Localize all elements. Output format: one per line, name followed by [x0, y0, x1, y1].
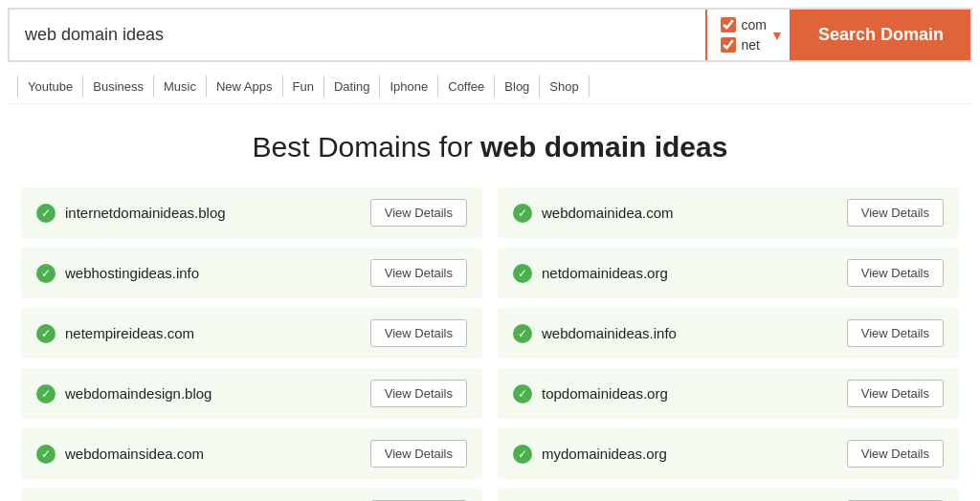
- domain-name: webdomainidea.com: [542, 205, 674, 221]
- domain-row: ✓netempireideas.comView Details: [21, 308, 482, 359]
- domain-row: ✓topdomainideas.orgView Details: [498, 368, 959, 419]
- view-details-button[interactable]: View Details: [370, 440, 467, 468]
- nav-tag-shop[interactable]: Shop: [540, 76, 589, 98]
- domain-name: webhostingideas.info: [65, 265, 199, 281]
- results-grid: ✓internetdomainideas.blogView Details✓we…: [0, 183, 980, 501]
- domain-name: netdomainideas.org: [542, 265, 668, 281]
- nav-tag-new-apps[interactable]: New Apps: [207, 76, 283, 98]
- domain-row: ✓mydomainideas.orgView Details: [498, 428, 959, 479]
- available-icon: ✓: [36, 204, 56, 223]
- view-details-button[interactable]: View Details: [847, 199, 944, 227]
- page-title: Best Domains for web domain ideas: [0, 131, 980, 163]
- view-details-button[interactable]: View Details: [370, 199, 467, 227]
- tld-net-row[interactable]: net: [721, 37, 767, 53]
- dropdown-arrow-icon[interactable]: ▼: [770, 28, 784, 43]
- nav-tag-fun[interactable]: Fun: [283, 76, 324, 98]
- view-details-button[interactable]: View Details: [847, 319, 944, 347]
- nav-tag-youtube[interactable]: Youtube: [17, 76, 83, 98]
- nav-tag-dating[interactable]: Dating: [324, 76, 381, 98]
- page-title-prefix: Best Domains for: [253, 131, 480, 163]
- search-bar: com net ▼ Search Domain: [8, 8, 972, 62]
- view-details-button[interactable]: View Details: [370, 380, 467, 407]
- domain-row: ✓webdomainideas.infoView Details: [498, 308, 959, 359]
- available-icon: ✓: [513, 384, 532, 403]
- tld-selector[interactable]: com net ▼: [705, 10, 791, 60]
- available-icon: ✓: [513, 445, 532, 464]
- search-input[interactable]: [10, 10, 705, 60]
- nav-tag-business[interactable]: Business: [83, 76, 154, 98]
- tld-com-row[interactable]: com: [721, 17, 767, 33]
- page-title-query: web domain ideas: [480, 131, 727, 163]
- view-details-button[interactable]: View Details: [847, 259, 944, 287]
- nav-tags: YoutubeBusinessMusicNew AppsFunDatingIph…: [8, 70, 972, 104]
- domain-name: webdomainideas.info: [542, 325, 677, 341]
- available-icon: ✓: [36, 324, 56, 343]
- nav-tag-music[interactable]: Music: [154, 76, 207, 98]
- view-details-button[interactable]: View Details: [847, 440, 944, 468]
- nav-tag-blog[interactable]: Blog: [495, 76, 540, 98]
- nav-tag-iphone[interactable]: Iphone: [380, 76, 438, 98]
- tld-net-label: net: [742, 37, 760, 53]
- tld-net-checkbox[interactable]: [721, 37, 736, 53]
- nav-tag-coffee[interactable]: Coffee: [438, 76, 495, 98]
- domain-row: ✓webdomaindesign.blogView Details: [21, 368, 482, 419]
- available-icon: ✓: [36, 384, 56, 403]
- tld-com-checkbox[interactable]: [721, 17, 736, 33]
- domain-name: topdomainideas.org: [542, 385, 668, 402]
- view-details-button[interactable]: View Details: [847, 380, 944, 407]
- domain-name: mydomainideas.org: [542, 446, 667, 462]
- domain-name: netempireideas.com: [65, 325, 194, 341]
- available-icon: ✓: [36, 264, 56, 283]
- domain-row: ✓webdomainnameideas.blogView Details: [21, 489, 482, 501]
- domain-row: ✓netdomainideas.orgView Details: [498, 248, 959, 298]
- view-details-button[interactable]: View Details: [370, 319, 467, 347]
- available-icon: ✓: [513, 324, 532, 343]
- available-icon: ✓: [513, 264, 532, 283]
- domain-row: ✓webdomainsidea.comView Details: [21, 428, 482, 479]
- domain-row: ✓webnamesideas.comView Details: [498, 489, 959, 501]
- domain-name: internetdomainideas.blog: [65, 205, 226, 221]
- available-icon: ✓: [36, 445, 56, 464]
- domain-row: ✓webhostingideas.infoView Details: [21, 248, 482, 298]
- domain-row: ✓webdomainidea.comView Details: [498, 187, 959, 238]
- domain-name: webdomaindesign.blog: [65, 385, 212, 402]
- search-domain-button[interactable]: Search Domain: [791, 10, 970, 60]
- tld-com-label: com: [742, 17, 767, 33]
- domain-row: ✓internetdomainideas.blogView Details: [21, 187, 482, 238]
- domain-name: webdomainsidea.com: [65, 446, 204, 462]
- view-details-button[interactable]: View Details: [370, 259, 467, 287]
- available-icon: ✓: [513, 204, 532, 223]
